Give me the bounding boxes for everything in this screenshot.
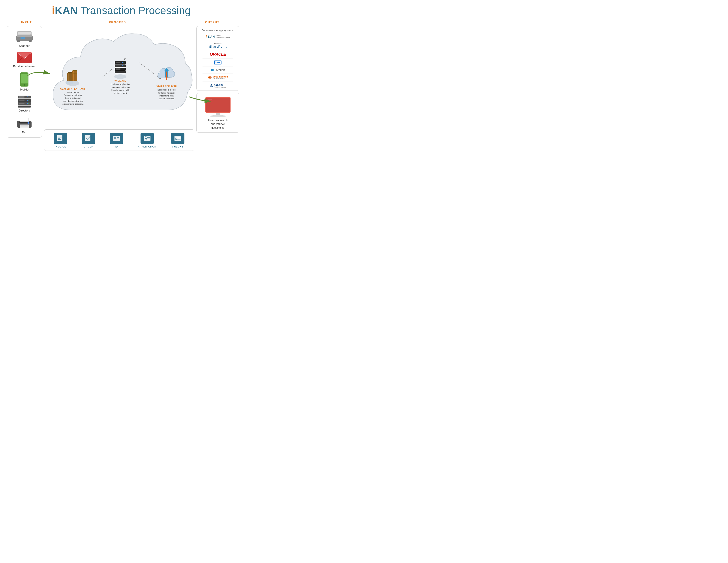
svg-rect-6 — [29, 40, 32, 42]
svg-point-66 — [124, 65, 124, 66]
svg-rect-61 — [116, 62, 120, 63]
svg-rect-62 — [116, 65, 120, 66]
doc-type-checks: $ CHECKS — [171, 133, 184, 148]
invoice-icon — [56, 134, 64, 142]
svg-rect-104 — [216, 113, 220, 115]
email-icon — [16, 51, 32, 64]
process-column: CLASSIFY / EXTRACT ABBYY OCR Document In… — [44, 26, 194, 151]
green-arrow-output — [186, 94, 213, 104]
svg-point-56 — [114, 74, 126, 79]
svg-point-45 — [66, 81, 73, 85]
input-fax: Fax — [16, 116, 33, 134]
validate-label: VALIDATE Business Application Document V… — [111, 80, 130, 94]
filenet-label: FileNet — [214, 83, 226, 86]
svg-rect-21 — [18, 105, 31, 107]
page: iKAN Transaction Processing INPUT PROCES… — [0, 0, 243, 157]
fax-label: Fax — [22, 131, 27, 134]
divider-3 — [203, 58, 233, 59]
storage-logos: iKAN VirtualDocument Center Microsoft® S… — [199, 35, 237, 88]
input-column: Scanner Email Attachment — [7, 26, 42, 137]
logo-livelink: Livelink — [199, 68, 237, 72]
svg-rect-63 — [116, 68, 120, 70]
logo-sharepoint: Microsoft® SharePoint — [199, 43, 237, 48]
doc-type-application: APPLICATION — [138, 133, 156, 148]
section-labels: INPUT PROCESS OUTPUT — [7, 21, 236, 24]
documentum-sub: a division of EMC — [213, 78, 228, 79]
checks-icon: $ — [174, 134, 182, 142]
svg-rect-48 — [68, 72, 72, 73]
documentum-label: documentum — [213, 75, 228, 78]
svg-point-25 — [27, 100, 28, 101]
svg-rect-82 — [144, 136, 150, 141]
application-icon-box — [141, 133, 154, 144]
process-cloud-wrapper: CLASSIFY / EXTRACT ABBYY OCR Document In… — [44, 26, 194, 151]
logo-filenet: FileNet An IBM Company — [199, 83, 237, 88]
storage-title: Document storage systems: — [199, 29, 237, 32]
invoice-icon-box — [54, 133, 67, 144]
order-label: ORDER — [84, 145, 94, 148]
documentum-icon — [208, 75, 212, 79]
svg-point-36 — [28, 122, 29, 124]
main-layout: Scanner Email Attachment — [7, 26, 236, 151]
search-label: User can search and retrieve documents — [208, 118, 227, 130]
server-stack-icon — [110, 59, 130, 79]
filenet-icon — [210, 84, 213, 87]
svg-point-106 — [210, 115, 226, 117]
input-scanner: Scanner — [15, 30, 34, 47]
svg-point-96 — [211, 69, 213, 71]
title-brand: KAN — [55, 5, 78, 16]
output-column: Document storage systems: iKAN VirtualDo… — [196, 26, 239, 133]
divider-2 — [203, 50, 233, 50]
svg-point-23 — [27, 96, 28, 97]
svg-point-16 — [24, 84, 25, 86]
svg-point-24 — [28, 100, 29, 101]
input-email: Email Attachment — [13, 51, 35, 68]
oracle-label: ORACLE — [210, 52, 226, 57]
green-arrow-svg — [25, 69, 52, 78]
title-area: iKAN Transaction Processing — [7, 4, 236, 17]
mobile-label: Mobile — [20, 88, 28, 91]
filenet-sub: An IBM Company — [214, 86, 226, 88]
svg-point-65 — [122, 62, 123, 63]
checks-label: CHECKS — [172, 145, 183, 148]
id-icon-box — [110, 133, 123, 144]
scanner-label: Scanner — [19, 44, 30, 47]
directory-label: Directory — [19, 109, 30, 112]
svg-rect-60 — [115, 71, 126, 73]
logo-ikan: iKAN VirtualDocument Center — [199, 35, 237, 39]
doc-type-invoice: INVOICE — [54, 133, 67, 148]
svg-rect-30 — [19, 103, 24, 104]
email-label: Email Attachment — [13, 65, 35, 68]
store-label: STORE / DELIVER Document is stored for f… — [156, 85, 177, 100]
box-label: box — [214, 60, 221, 64]
section-process: PROCESS — [44, 21, 191, 24]
invoice-label: INVOICE — [55, 145, 66, 148]
id-icon — [113, 134, 120, 142]
classify-desc: ABBYY OCR Document Indexing (text is ext… — [60, 91, 85, 105]
application-label: APPLICATION — [138, 145, 156, 148]
svg-point-26 — [28, 103, 29, 104]
checks-icon-box: $ — [171, 133, 184, 144]
divider-5 — [203, 73, 233, 74]
application-icon — [143, 134, 151, 142]
microsoft-label: Microsoft® — [214, 43, 221, 45]
livelink-icon — [211, 68, 214, 71]
doc-type-id: ID — [110, 133, 123, 148]
sharepoint-label: SharePoint — [209, 45, 227, 48]
section-output: OUTPUT — [191, 21, 234, 24]
ikan-kan-logo: KAN — [208, 35, 215, 38]
svg-rect-29 — [19, 100, 24, 101]
validate-desc: Business Application Document Validation… — [111, 83, 130, 94]
logo-box: box — [199, 60, 237, 64]
ikan-sub-logo: VirtualDocument Center — [216, 35, 230, 39]
validate-step: VALIDATE Business Application Document V… — [100, 59, 140, 94]
svg-rect-28 — [19, 96, 24, 98]
books-icon — [63, 66, 83, 86]
id-label: ID — [115, 145, 118, 148]
svg-rect-4 — [21, 37, 25, 39]
doc-type-order: ORDER — [82, 133, 95, 148]
input-directory: Directory — [16, 95, 33, 112]
output-storage-box: Document storage systems: iKAN VirtualDo… — [196, 26, 239, 91]
green-arrow-output-svg — [186, 94, 213, 103]
cloud-steps: CLASSIFY / EXTRACT ABBYY OCR Document In… — [44, 26, 194, 128]
